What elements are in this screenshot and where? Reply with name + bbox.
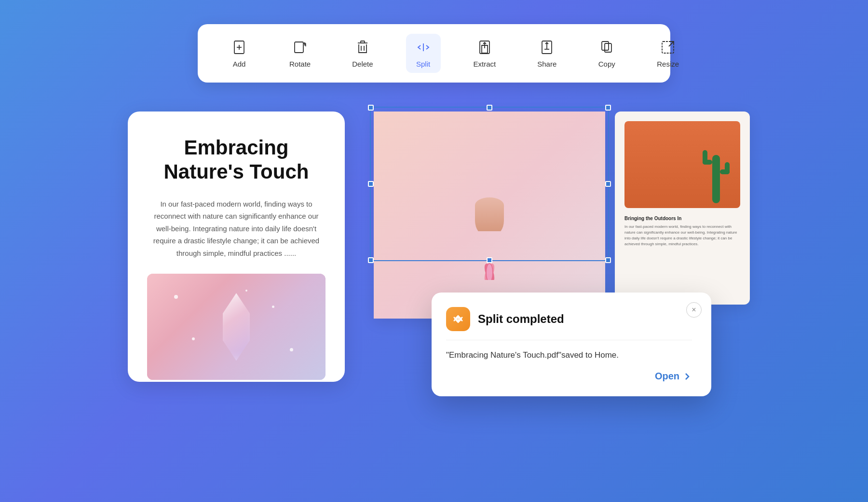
resize-icon (659, 39, 677, 56)
doc-flower-image (388, 239, 591, 287)
extract-label: Extract (474, 60, 496, 68)
handle-mid-right (605, 181, 611, 187)
svg-rect-27 (725, 162, 730, 174)
rotate-icon (291, 39, 309, 56)
share-icon (538, 39, 556, 56)
toolbar-share[interactable]: Share (529, 34, 565, 73)
notification-header: Split completed (446, 307, 692, 331)
handle-bottom-right (605, 257, 611, 263)
rotate-label: Rotate (289, 60, 311, 68)
resize-label: Resize (657, 60, 679, 68)
open-label: Open (655, 371, 679, 382)
toolbar-extract[interactable]: Extract (465, 34, 505, 73)
notification-message: "Embracing Nature's Touch.pdf"saved to H… (446, 349, 692, 362)
handle-mid-left (368, 181, 374, 187)
open-button[interactable]: Open (655, 371, 692, 382)
share-label: Share (537, 60, 556, 68)
second-page-body: In our fast-paced modern world, finding … (624, 224, 740, 247)
handle-bottom-left (368, 257, 374, 263)
toolbar-add[interactable]: Add (222, 34, 257, 73)
extract-icon (476, 39, 493, 56)
second-page-text-block: Bringing the Outdoors In In our fast-pac… (624, 216, 740, 247)
delete-icon (354, 39, 371, 56)
document-card: Integrating Nature into Daily Routines F… (374, 112, 605, 319)
notification-icon (446, 307, 470, 331)
second-page-card: Bringing the Outdoors In In our fast-pac… (615, 112, 750, 305)
second-page-image (624, 121, 740, 208)
svg-rect-25 (703, 150, 707, 165)
toolbar-delete[interactable]: Delete (343, 34, 381, 73)
handle-top-left (368, 105, 374, 111)
chevron-right-icon (682, 372, 692, 381)
svg-line-17 (669, 42, 674, 46)
toolbar: Add Rotate Delete (198, 24, 670, 83)
right-area: Integrating Nature into Daily Routines F… (374, 112, 740, 382)
notification-title: Split completed (478, 312, 564, 326)
toolbar-split[interactable]: Split (406, 34, 441, 73)
add-label: Add (233, 60, 246, 68)
svg-rect-22 (712, 155, 720, 203)
left-page-card: Embracing Nature's Touch In our fast-pac… (128, 112, 345, 382)
notification-divider (446, 340, 692, 340)
notification-close-button[interactable]: × (686, 302, 702, 318)
copy-label: Copy (598, 60, 615, 68)
crystal-image (147, 274, 326, 380)
notification-footer: Open (446, 371, 692, 382)
toolbar-resize[interactable]: Resize (648, 34, 688, 73)
toolbar-copy[interactable]: Copy (589, 34, 624, 73)
toolbar-rotate[interactable]: Rotate (281, 34, 319, 73)
main-content: Embracing Nature's Touch In our fast-pac… (48, 112, 820, 382)
svg-rect-14 (605, 43, 611, 52)
delete-label: Delete (352, 60, 373, 68)
svg-rect-5 (361, 41, 365, 43)
svg-rect-15 (602, 42, 609, 50)
split-label: Split (416, 60, 430, 68)
copy-icon (598, 39, 615, 56)
notification-popup: Split completed × "Embracing Nature's To… (432, 293, 711, 397)
page-title: Embracing Nature's Touch (147, 136, 326, 184)
handle-top-mid (487, 105, 492, 111)
page-body: In our fast-paced modern world, finding … (147, 198, 326, 260)
add-page-icon (231, 39, 248, 56)
svg-rect-3 (295, 42, 303, 53)
split-icon (415, 39, 432, 56)
handle-top-right (605, 105, 611, 111)
second-page-title: Bringing the Outdoors In (624, 216, 740, 221)
